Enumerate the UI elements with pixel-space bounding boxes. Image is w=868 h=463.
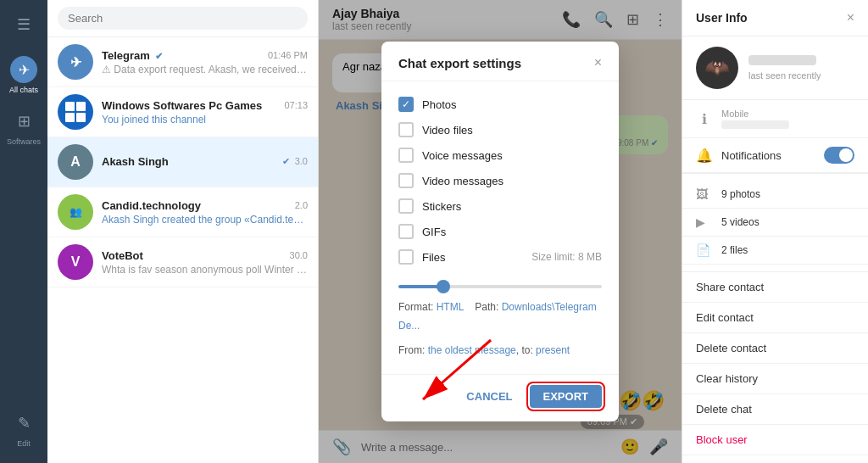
actions-section: Share contact Edit contact Delete contac…: [682, 271, 868, 455]
chat-info: VoteBot 30.0 Whta is fav season anonymou…: [102, 249, 308, 276]
checkbox-video-files-label: Video files: [422, 124, 473, 137]
avatar: A: [58, 144, 93, 180]
clear-history-action[interactable]: Clear history: [682, 364, 868, 394]
user-name-area: last seen recently: [748, 55, 821, 81]
to-value[interactable]: present: [536, 344, 570, 356]
files-count: 2 files: [721, 244, 748, 256]
chat-info: Candid.technology 2.0 Akash Singh create…: [102, 199, 308, 226]
svg-rect-1: [76, 102, 86, 111]
user-info-title: User Info: [696, 11, 748, 25]
mobile-number-blurred: [721, 120, 789, 129]
avatar: V: [58, 244, 93, 280]
checkbox-gifs[interactable]: GIFs: [398, 219, 602, 244]
modal-title: Chat export settings: [398, 56, 521, 70]
from-value[interactable]: the oldest message: [428, 344, 516, 356]
sidebar-item-softwares[interactable]: ⊞ Softwares: [0, 101, 47, 153]
size-slider-row: [398, 270, 602, 295]
notifications-label: Notifications: [721, 149, 782, 162]
delete-chat-action[interactable]: Delete chat: [682, 394, 868, 425]
mobile-row: ℹ Mobile: [682, 100, 868, 138]
notifications-toggle[interactable]: [824, 147, 854, 164]
checkbox-files-label: Files: [422, 251, 445, 264]
checkbox-gifs-label: GIFs: [422, 226, 446, 238]
checkbox-photos[interactable]: ✓ Photos: [398, 92, 602, 117]
modal-close-button[interactable]: ×: [594, 55, 602, 70]
checkbox-stickers[interactable]: Stickers: [398, 193, 602, 219]
to-label: to:: [521, 344, 532, 356]
block-user-label: Block user: [696, 433, 748, 446]
list-item[interactable]: A Akash Singh ✔ 3.0: [47, 137, 318, 187]
hamburger-icon[interactable]: ☰: [10, 8, 37, 41]
modal-footer: CANCEL EXPORT: [381, 374, 619, 421]
chat-preview: Akash Singh created the group «Candid.te…: [102, 214, 308, 226]
checkbox-stickers-label: Stickers: [422, 200, 461, 213]
chat-preview: You joined this channel: [102, 114, 308, 126]
chat-name: Telegram ✔: [102, 49, 163, 62]
sidebar: ☰ ✈ All chats ⊞ Softwares ✎ Edit: [0, 0, 47, 463]
checkbox-voice-messages-box: [398, 148, 414, 163]
edit-contact-label: Edit contact: [696, 311, 754, 324]
cancel-button[interactable]: CANCEL: [459, 385, 519, 408]
modal-header: Chat export settings ×: [381, 42, 619, 81]
checkbox-gifs-box: [398, 224, 414, 239]
chat-time: 2.0: [295, 200, 308, 210]
share-contact-label: Share contact: [696, 281, 764, 293]
block-user-action[interactable]: Block user: [682, 425, 868, 455]
edit-contact-action[interactable]: Edit contact: [682, 303, 868, 333]
modal-body: ✓ Photos Video files Voice messages Vide…: [381, 81, 619, 374]
from-label: From:: [398, 344, 425, 356]
svg-rect-0: [65, 102, 75, 111]
share-contact-action[interactable]: Share contact: [682, 272, 868, 303]
checkbox-video-messages[interactable]: Video messages: [398, 168, 602, 193]
checkbox-video-messages-box: [398, 173, 414, 188]
chat-name: Akash Singh: [102, 155, 169, 168]
path-label: Path:: [475, 301, 498, 313]
format-row: Format: HTML Path: Downloads\Telegram De…: [398, 295, 602, 338]
checkbox-files[interactable]: Files Size limit: 8 MB: [398, 244, 602, 270]
search-input[interactable]: [58, 7, 308, 30]
file-icon: 📄: [696, 243, 713, 257]
photos-media-row[interactable]: 🖼 9 photos: [682, 181, 868, 209]
checkbox-photos-label: Photos: [422, 98, 456, 111]
search-bar: [47, 0, 318, 37]
from-row: From: the oldest message, to: present: [398, 338, 602, 364]
notifications-row[interactable]: 🔔 Notifications: [682, 138, 868, 173]
sidebar-item-all-chats[interactable]: ✈ All chats: [0, 49, 47, 101]
chat-list-panel: ✈ Telegram ✔ 01:46 PM ⚠ Data export requ…: [47, 0, 319, 463]
avatar: [58, 94, 93, 130]
checkbox-video-files-box: [398, 122, 414, 137]
export-button[interactable]: EXPORT: [530, 385, 602, 408]
all-chats-icon: ✈: [10, 56, 37, 83]
list-item[interactable]: V VoteBot 30.0 Whta is fav season anonym…: [47, 237, 318, 287]
list-item[interactable]: Windows Softwares Pc Games 07:13 You joi…: [47, 87, 318, 137]
videos-media-row[interactable]: ▶ 5 videos: [682, 209, 868, 237]
delete-chat-label: Delete chat: [696, 403, 752, 416]
photos-count: 9 photos: [721, 188, 760, 200]
info-icon: ℹ: [696, 111, 713, 127]
size-limit-label: Size limit: 8 MB: [531, 251, 602, 263]
list-item[interactable]: ✈ Telegram ✔ 01:46 PM ⚠ Data export requ…: [47, 37, 318, 87]
chat-time: 07:13: [284, 100, 308, 110]
delete-contact-label: Delete contact: [696, 342, 766, 354]
user-avatar: 🦇: [696, 47, 738, 89]
user-info-close-button[interactable]: ×: [847, 10, 854, 25]
checkbox-voice-messages[interactable]: Voice messages: [398, 142, 602, 168]
avatar: ✈: [58, 44, 93, 80]
chat-time: 30.0: [290, 250, 308, 260]
delete-contact-action[interactable]: Delete contact: [682, 333, 868, 364]
mobile-label: Mobile: [721, 109, 789, 119]
svg-rect-2: [65, 113, 75, 122]
files-media-row[interactable]: 📄 2 files: [682, 237, 868, 265]
user-status: last seen recently: [748, 70, 821, 81]
format-label: Format:: [398, 301, 433, 313]
modal-overlay: Chat export settings × ✓ Photos Video fi…: [319, 0, 682, 463]
checkbox-video-files[interactable]: Video files: [398, 117, 602, 142]
format-value[interactable]: HTML: [437, 301, 464, 313]
user-avatar-emoji: 🦇: [704, 56, 730, 80]
sidebar-item-edit[interactable]: ✎ Edit: [0, 403, 47, 455]
chat-name: Windows Softwares Pc Games: [102, 99, 262, 112]
edit-label: Edit: [17, 439, 31, 448]
list-item[interactable]: 👥 Candid.technology 2.0 Akash Singh crea…: [47, 187, 318, 237]
media-section: 🖼 9 photos ▶ 5 videos 📄 2 files: [682, 173, 868, 271]
size-slider[interactable]: [398, 285, 602, 288]
